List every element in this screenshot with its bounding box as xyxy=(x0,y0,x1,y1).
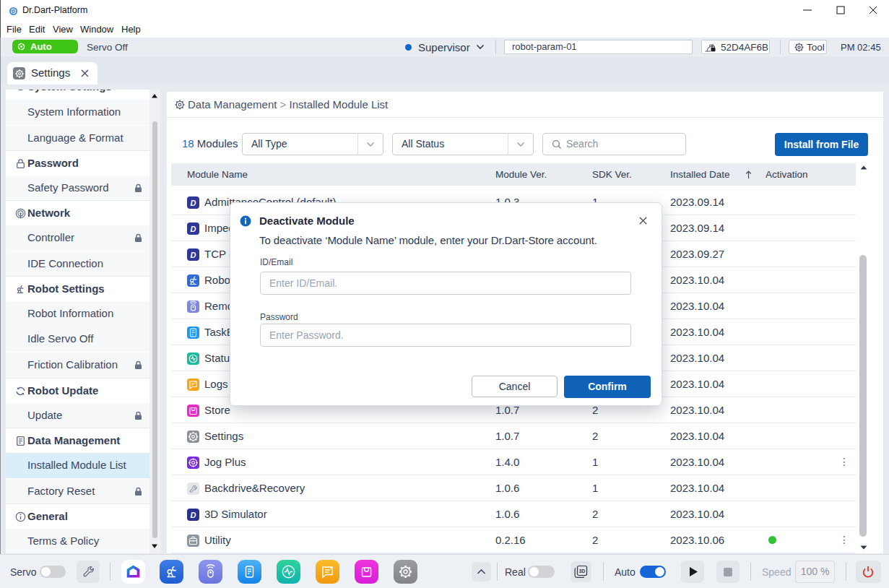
svg-text:D: D xyxy=(191,225,196,233)
svg-text:D: D xyxy=(191,251,196,259)
svg-text:D: D xyxy=(191,199,196,207)
svg-text:3D: 3D xyxy=(579,568,586,574)
svg-text:D: D xyxy=(191,511,196,519)
